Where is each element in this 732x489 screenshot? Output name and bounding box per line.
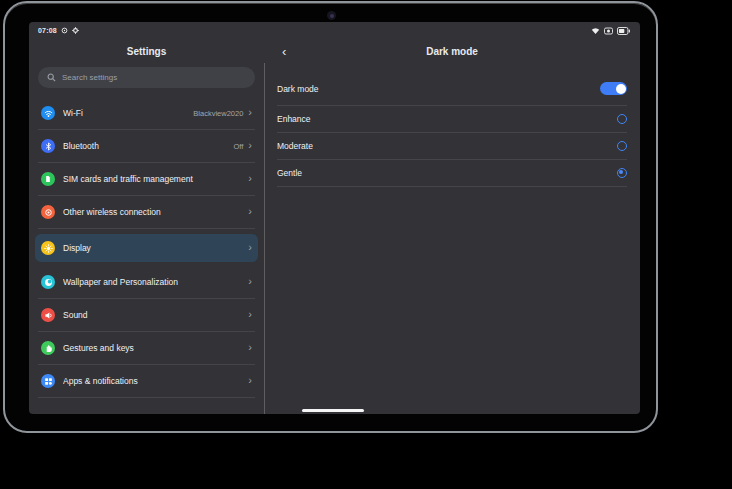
option-label: Moderate bbox=[277, 141, 313, 151]
home-indicator[interactable] bbox=[302, 409, 364, 412]
screen: 07:08 bbox=[29, 22, 640, 414]
search-icon bbox=[47, 73, 56, 82]
sim-icon bbox=[41, 172, 55, 186]
option-moderate[interactable]: Moderate bbox=[277, 133, 627, 160]
gestures-icon bbox=[41, 341, 55, 355]
data-saver-icon bbox=[61, 27, 68, 34]
wireless-icon bbox=[41, 205, 55, 219]
option-label: Gentle bbox=[277, 168, 302, 178]
radio-enhance[interactable] bbox=[617, 114, 627, 124]
back-button[interactable]: ‹ bbox=[282, 39, 286, 64]
settings-item-other-wireless-connection[interactable]: Other wireless connection› bbox=[38, 196, 255, 229]
item-label: Gestures and keys bbox=[63, 343, 248, 353]
search-input[interactable]: Search settings bbox=[38, 67, 255, 88]
dark-mode-label: Dark mode bbox=[277, 84, 319, 94]
search-placeholder: Search settings bbox=[62, 73, 117, 82]
tablet-device-frame: 07:08 bbox=[3, 1, 658, 433]
panel-divider bbox=[264, 63, 265, 414]
settings-list: Wi-FiBlackview2020›BluetoothOff›SIM card… bbox=[38, 97, 255, 398]
chevron-right-icon: › bbox=[248, 173, 252, 184]
settings-item-apps-notifications[interactable]: Apps & notifications› bbox=[38, 365, 255, 398]
option-gentle[interactable]: Gentle bbox=[277, 160, 627, 187]
settings-gear-icon bbox=[72, 27, 79, 34]
toggle-knob bbox=[616, 84, 626, 94]
bluetooth-icon bbox=[41, 139, 55, 153]
item-label: Display bbox=[63, 243, 248, 253]
radio-moderate[interactable] bbox=[617, 141, 627, 151]
settings-item-sim-cards-and-traffic-management[interactable]: SIM cards and traffic management› bbox=[38, 163, 255, 196]
status-bar: 07:08 bbox=[29, 22, 640, 39]
item-label: Bluetooth bbox=[63, 141, 233, 151]
item-value: Blackview2020 bbox=[193, 109, 243, 118]
background: 07:08 bbox=[0, 0, 732, 489]
dark-mode-toggle-row[interactable]: Dark mode bbox=[277, 72, 627, 106]
chevron-right-icon: › bbox=[248, 375, 252, 386]
chevron-right-icon: › bbox=[248, 309, 252, 320]
item-label: Sound bbox=[63, 310, 248, 320]
display-icon bbox=[41, 241, 55, 255]
settings-item-display[interactable]: Display› bbox=[35, 234, 258, 262]
settings-item-gestures-and-keys[interactable]: Gestures and keys› bbox=[38, 332, 255, 365]
settings-item-sound[interactable]: Sound› bbox=[38, 299, 255, 332]
item-label: Other wireless connection bbox=[63, 207, 248, 217]
screen-capture-icon bbox=[604, 27, 613, 35]
chevron-right-icon: › bbox=[248, 276, 252, 287]
item-label: Apps & notifications bbox=[63, 376, 248, 386]
wallpaper-icon bbox=[41, 275, 55, 289]
page-title: Dark mode bbox=[426, 46, 478, 57]
radio-gentle[interactable] bbox=[617, 168, 627, 178]
dark-mode-toggle[interactable] bbox=[600, 82, 627, 95]
apps-icon bbox=[41, 374, 55, 388]
chevron-right-icon: › bbox=[248, 140, 252, 151]
item-value: Off bbox=[233, 142, 243, 151]
item-label: Wi-Fi bbox=[63, 108, 193, 118]
dark-mode-options: EnhanceModerateGentle bbox=[277, 106, 627, 187]
battery-icon bbox=[617, 27, 630, 35]
chevron-right-icon: › bbox=[248, 342, 252, 353]
wifi-icon bbox=[41, 106, 55, 120]
chevron-right-icon: › bbox=[248, 242, 252, 253]
front-camera-icon bbox=[327, 11, 336, 20]
settings-item-wallpaper-and-personalization[interactable]: Wallpaper and Personalization› bbox=[38, 266, 255, 299]
sound-icon bbox=[41, 308, 55, 322]
settings-panel: Settings Search settings Wi-FiBlackview2… bbox=[29, 39, 264, 414]
item-label: Wallpaper and Personalization bbox=[63, 277, 248, 287]
option-enhance[interactable]: Enhance bbox=[277, 106, 627, 133]
clock: 07:08 bbox=[38, 27, 57, 34]
dark-mode-panel: ‹ Dark mode Dark mode EnhanceModerateGen… bbox=[264, 39, 640, 414]
chevron-right-icon: › bbox=[248, 206, 252, 217]
settings-title: Settings bbox=[38, 39, 255, 64]
option-label: Enhance bbox=[277, 114, 311, 124]
settings-item-bluetooth[interactable]: BluetoothOff› bbox=[38, 130, 255, 163]
settings-item-wi-fi[interactable]: Wi-FiBlackview2020› bbox=[38, 97, 255, 130]
chevron-right-icon: › bbox=[248, 107, 252, 118]
wifi-status-icon bbox=[591, 27, 600, 35]
item-label: SIM cards and traffic management bbox=[63, 174, 248, 184]
